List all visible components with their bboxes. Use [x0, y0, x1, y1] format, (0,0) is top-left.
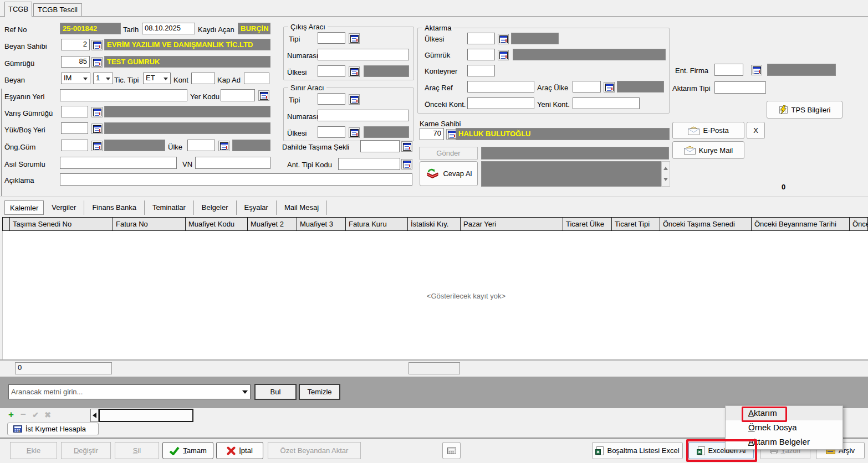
temizle-button[interactable]: Temizle: [299, 384, 340, 400]
tab-kalemler[interactable]: Kalemler: [4, 200, 44, 215]
ant-tipi-lookup-button[interactable]: [401, 159, 412, 169]
sinir-numarasi-field[interactable]: [318, 110, 409, 121]
kurye-mail-button[interactable]: Kurye Mail: [672, 141, 744, 159]
grid-column-istatiski-kiy[interactable]: İstatiski Kıy.: [407, 217, 460, 231]
aktarma-ulkesi-field[interactable]: [467, 33, 495, 44]
cikis-tipi-lookup-button[interactable]: [349, 33, 360, 44]
varis-gumrugu-field[interactable]: [61, 106, 88, 117]
esyanin-yeri-field[interactable]: [60, 89, 187, 101]
sil-button[interactable]: Sil: [115, 442, 159, 459]
grid-column-muafiyet-kodu[interactable]: Muafiyet Kodu: [185, 217, 247, 231]
menu-item-aktarim[interactable]: Aktarım: [726, 406, 843, 420]
sinir-tipi-field[interactable]: [318, 93, 345, 105]
beyan-sahibi-lookup-button[interactable]: [91, 40, 103, 50]
arac-ulke-lookup-button[interactable]: [604, 82, 615, 92]
sinir-tipi-lookup-button[interactable]: [349, 94, 360, 105]
scroll-up-icon[interactable]: [663, 164, 668, 170]
degistir-button[interactable]: Değiştir: [61, 442, 111, 459]
yer-kodu-lookup-button[interactable]: [258, 90, 269, 101]
varis-gumrugu-lookup-button[interactable]: [91, 107, 103, 117]
hscroll-thumb[interactable]: [99, 409, 193, 422]
konteyner-field[interactable]: [467, 65, 495, 76]
tab-tcgb[interactable]: TCGB: [4, 2, 32, 17]
search-dropdown-button[interactable]: [240, 385, 249, 398]
nav-delete-icon[interactable]: −: [18, 409, 29, 420]
grid-column-ticaret-ulke[interactable]: Ticaret Ülke: [563, 217, 611, 231]
ozet-beyandan-aktar-button[interactable]: Özet Beyandan Aktar: [268, 442, 361, 459]
yer-kodu-field[interactable]: [221, 89, 255, 101]
cevap-scrollbar[interactable]: [661, 161, 670, 187]
bosaltma-listesi-excel-button[interactable]: Boşaltma Listesi Excel: [592, 442, 683, 459]
menu-item-aktarim-belgeler[interactable]: Aktarım Belgeler: [726, 435, 843, 449]
close-button[interactable]: X: [747, 122, 765, 139]
cikis-tipi-field[interactable]: [318, 32, 345, 44]
beyan-type-select[interactable]: IM: [61, 73, 90, 84]
aktarim-tipi-field[interactable]: [714, 81, 766, 94]
ong-gum-field[interactable]: [61, 140, 88, 151]
ent-firma-lookup-button[interactable]: [751, 65, 762, 75]
cikis-ulkesi-field[interactable]: [318, 65, 345, 77]
grid-column-tasima-senedi-no[interactable]: Taşıma Senedi No: [9, 217, 113, 231]
tab-finans-banka[interactable]: Finans Banka: [84, 200, 145, 215]
hesap-makinesi-button[interactable]: [442, 442, 461, 459]
yeni-kont-field[interactable]: [573, 97, 640, 109]
ulke-field[interactable]: [187, 140, 215, 151]
hscroll-left-button[interactable]: [90, 409, 99, 422]
ekle-button[interactable]: Ekle: [10, 442, 57, 459]
gonder-button[interactable]: Gönder: [419, 147, 478, 160]
tamam-button[interactable]: Tamam: [162, 442, 213, 459]
sinir-ulkesi-field[interactable]: [318, 126, 345, 138]
bul-button[interactable]: Bul: [254, 384, 297, 400]
tps-bilgileri-button[interactable]: TPS Bilgileri: [767, 101, 843, 119]
kont-field[interactable]: [191, 73, 215, 84]
aktarma-gumruk-lookup-button[interactable]: [498, 50, 509, 60]
nav-cancel-icon[interactable]: ✖: [42, 409, 53, 420]
asil-sorumlu-field[interactable]: [60, 157, 177, 169]
nav-add-icon[interactable]: +: [6, 409, 17, 420]
grid-column-onceki-tasima-senedi[interactable]: Önceki Taşıma Senedi: [660, 217, 751, 231]
nav-commit-icon[interactable]: ✔: [30, 409, 41, 420]
beyan-no-select[interactable]: 1: [93, 73, 113, 84]
aktarma-ulkesi-lookup-button[interactable]: [498, 34, 509, 44]
ant-tipi-field[interactable]: [338, 158, 400, 170]
arac-ref-field[interactable]: [467, 81, 534, 92]
menu-item-ornek-dosya[interactable]: Örnek Dosya: [726, 420, 843, 435]
arac-ulke-field[interactable]: [573, 81, 601, 92]
ist-kiymet-hesapla-button[interactable]: İst Kıymet Hesapla: [7, 423, 99, 435]
tab-vergiler[interactable]: Vergiler: [44, 200, 84, 215]
grid-body[interactable]: <Gösterilecek kayıt yok>: [2, 231, 868, 359]
ong-gum-lookup-button[interactable]: [91, 141, 103, 151]
vn-field[interactable]: [195, 157, 270, 169]
grid-column-pazar-yeri[interactable]: Pazar Yeri: [460, 217, 563, 231]
search-input[interactable]: Aranacak metni girin...: [8, 384, 251, 399]
tab-belgeler[interactable]: Belgeler: [194, 200, 237, 215]
tab-esyalar[interactable]: Eşyalar: [237, 200, 277, 215]
tab-teminatlar[interactable]: Teminatlar: [145, 200, 194, 215]
tic-tipi-select[interactable]: ET: [143, 73, 171, 84]
ulke-lookup-button[interactable]: [218, 141, 229, 151]
eposta-button[interactable]: E-Posta: [672, 122, 744, 139]
grid-column-onceki-beyanname-tarihi[interactable]: Önceki Beyanname Tarihi: [751, 217, 849, 231]
grid-column-muafiyet-2[interactable]: Muafiyet 2: [247, 217, 297, 231]
grid-column-fatura-kuru[interactable]: Fatura Kuru: [345, 217, 407, 231]
onceki-kont-field[interactable]: [467, 97, 534, 109]
yuk-bos-yeri-field[interactable]: [61, 122, 88, 134]
cevap-al-button[interactable]: Cevap Al: [420, 161, 478, 186]
aktarma-gumruk-field[interactable]: [467, 49, 495, 60]
yuk-bos-yeri-lookup-button[interactable]: [91, 124, 103, 134]
dahilde-tasima-field[interactable]: [360, 140, 400, 152]
kap-ad-field[interactable]: [244, 73, 269, 84]
gumrugu-lookup-button[interactable]: [91, 57, 103, 68]
karne-sahibi-code-field[interactable]: 70: [420, 128, 444, 140]
tab-tcgb-tescil[interactable]: TCGB Tescil: [33, 3, 82, 17]
beyan-sahibi-code-field[interactable]: 2: [61, 39, 90, 50]
grid-column-ticaret-tipi[interactable]: Ticaret Tipi: [611, 217, 660, 231]
tab-mail-mesaj[interactable]: Mail Mesaj: [277, 200, 327, 215]
sinir-ulkesi-lookup-button[interactable]: [349, 127, 360, 138]
gumrugu-code-field[interactable]: 85: [61, 56, 90, 68]
cikis-ulkesi-lookup-button[interactable]: [349, 66, 360, 77]
iptal-button[interactable]: İptal: [216, 442, 263, 459]
scroll-down-icon[interactable]: [663, 178, 668, 183]
grid-column-onceki-more[interactable]: Önce: [849, 217, 868, 231]
grid-column-fatura-no[interactable]: Fatura No: [113, 217, 185, 231]
